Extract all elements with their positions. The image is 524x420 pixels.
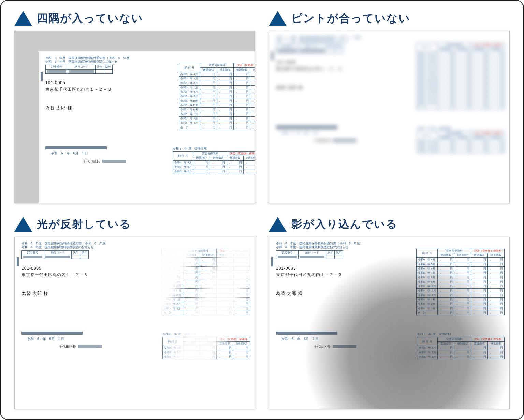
panel-heading: 影が入り込んでいる bbox=[291, 217, 398, 232]
sample-document: 令和 6 年度 国民健康保険料納付通知書（ 令和 6 年度）令和 6 年度 国民… bbox=[39, 51, 255, 203]
warning-triangle-icon bbox=[269, 11, 287, 26]
warning-triangle-icon bbox=[14, 11, 32, 26]
sample-document: 令和 6 年度 国民健康保険料納付通知書（ 令和 6 年度）令和 6 年度 国民… bbox=[269, 31, 509, 203]
panel-heading: 四隅が入っていない bbox=[37, 11, 143, 26]
panel-focus: ピントが合っていない 令和 6 年度 国民健康保険料納付通知書（ 令和 6 年度… bbox=[269, 11, 510, 203]
panel-corners: 四隅が入っていない 令和 6 年度 国民健康保険料納付通知書（ 令和 6 年度）… bbox=[14, 11, 255, 203]
warning-triangle-icon bbox=[14, 217, 32, 232]
thumbnail-focus: 令和 6 年度 国民健康保険料納付通知書（ 令和 6 年度）令和 6 年度 国民… bbox=[269, 31, 510, 203]
thumbnail-corners: 令和 6 年度 国民健康保険料納付通知書（ 令和 6 年度）令和 6 年度 国民… bbox=[14, 31, 255, 203]
panel-heading: 光が反射している bbox=[37, 217, 131, 232]
example-grid: 四隅が入っていない 令和 6 年度 国民健康保険料納付通知書（ 令和 6 年度）… bbox=[0, 0, 524, 420]
panel-glare: 光が反射している 令和 6 年度 国民健康保険料納付通知書（ 令和 6 年度）令… bbox=[14, 217, 255, 409]
sample-document: 令和 6 年度 国民健康保険料納付通知書（ 令和 6 年度）令和 6 年度 国民… bbox=[269, 237, 509, 409]
panel-shadow: 影が入り込んでいる 令和 6 年度 国民健康保険料納付通知書（ 令和 6 年度）… bbox=[269, 217, 510, 409]
warning-triangle-icon bbox=[269, 217, 287, 232]
panel-heading: ピントが合っていない bbox=[291, 11, 410, 26]
thumbnail-glare: 令和 6 年度 国民健康保険料納付通知書（ 令和 6 年度）令和 6 年度 国民… bbox=[14, 237, 255, 409]
thumbnail-shadow: 令和 6 年度 国民健康保険料納付通知書（ 令和 6 年度）令和 6 年度 国民… bbox=[269, 237, 510, 409]
sample-document: 令和 6 年度 国民健康保険料納付通知書（ 令和 6 年度）令和 6 年度 国民… bbox=[15, 237, 255, 409]
